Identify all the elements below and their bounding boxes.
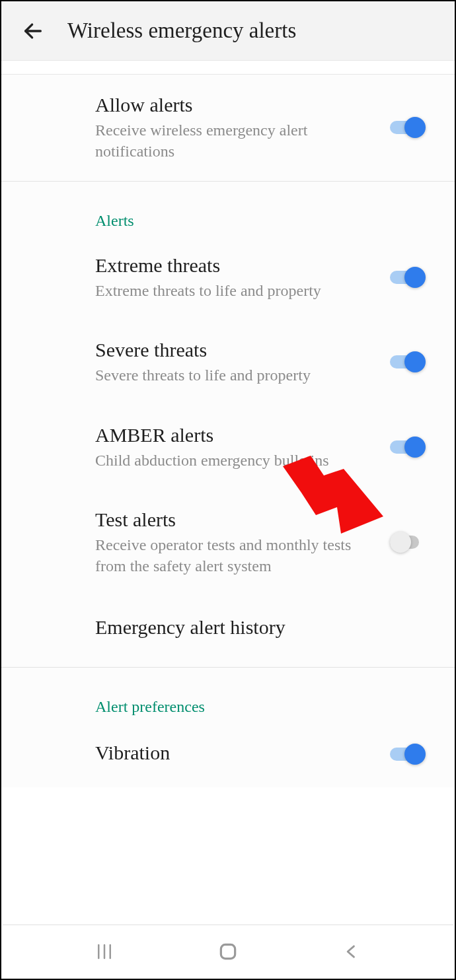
- home-icon: [217, 941, 239, 962]
- setting-text: Severe threats Severe threats to life an…: [95, 338, 390, 386]
- setting-vibration[interactable]: Vibration: [1, 721, 455, 787]
- section-allow: Allow alerts Receive wireless emergency …: [1, 74, 455, 182]
- page-title: Wireless emergency alerts: [67, 18, 296, 43]
- setting-text: Test alerts Receive operator tests and m…: [95, 508, 390, 577]
- section-preferences: Alert preferences Vibration: [1, 668, 455, 787]
- setting-allow-alerts[interactable]: Allow alerts Receive wireless emergency …: [1, 75, 455, 181]
- back-button[interactable]: [17, 15, 49, 47]
- setting-title: Emergency alert history: [95, 615, 411, 639]
- toggle-amber-alerts[interactable]: [390, 435, 427, 459]
- setting-text: AMBER alerts Child abduction emergency b…: [95, 423, 390, 471]
- setting-subtitle: Child abduction emergency bulletins: [95, 450, 374, 471]
- toggle-test-alerts[interactable]: [390, 530, 427, 554]
- arrow-left-icon: [22, 20, 44, 42]
- setting-emergency-history[interactable]: Emergency alert history: [1, 596, 455, 667]
- setting-text: Emergency alert history: [95, 615, 427, 642]
- setting-title: Allow alerts: [95, 93, 374, 117]
- nav-back-button[interactable]: [333, 933, 370, 970]
- nav-home-button[interactable]: [209, 933, 247, 970]
- nav-recents-button[interactable]: [86, 933, 123, 970]
- toggle-severe-threats[interactable]: [390, 350, 427, 374]
- setting-title: Test alerts: [95, 508, 374, 532]
- setting-title: Extreme threats: [95, 254, 374, 277]
- section-header-preferences: Alert preferences: [1, 668, 455, 721]
- section-alerts: Alerts Extreme threats Extreme threats t…: [1, 182, 455, 668]
- app-header: Wireless emergency alerts: [1, 1, 455, 61]
- svg-rect-5: [221, 944, 235, 958]
- setting-title: Vibration: [95, 741, 374, 765]
- toggle-vibration[interactable]: [390, 742, 427, 766]
- setting-title: AMBER alerts: [95, 423, 374, 447]
- setting-title: Severe threats: [95, 338, 374, 362]
- setting-test-alerts[interactable]: Test alerts Receive operator tests and m…: [1, 489, 455, 596]
- toggle-extreme-threats[interactable]: [390, 265, 427, 289]
- setting-subtitle: Severe threats to life and property: [95, 365, 374, 386]
- setting-severe-threats[interactable]: Severe threats Severe threats to life an…: [1, 320, 455, 404]
- setting-subtitle: Extreme threats to life and property: [95, 280, 374, 301]
- toggle-allow-alerts[interactable]: [390, 116, 427, 139]
- setting-text: Vibration: [95, 741, 390, 767]
- setting-subtitle: Receive wireless emergency alert notific…: [95, 120, 374, 162]
- setting-subtitle: Receive operator tests and monthly tests…: [95, 534, 374, 577]
- setting-text: Extreme threats Extreme threats to life …: [95, 254, 390, 301]
- setting-amber-alerts[interactable]: AMBER alerts Child abduction emergency b…: [1, 405, 455, 489]
- section-header-alerts: Alerts: [1, 182, 455, 235]
- system-nav-bar: [3, 925, 453, 977]
- setting-extreme-threats[interactable]: Extreme threats Extreme threats to life …: [1, 235, 455, 320]
- setting-text: Allow alerts Receive wireless emergency …: [95, 93, 390, 162]
- recents-icon: [95, 942, 114, 962]
- chevron-left-icon: [342, 942, 361, 961]
